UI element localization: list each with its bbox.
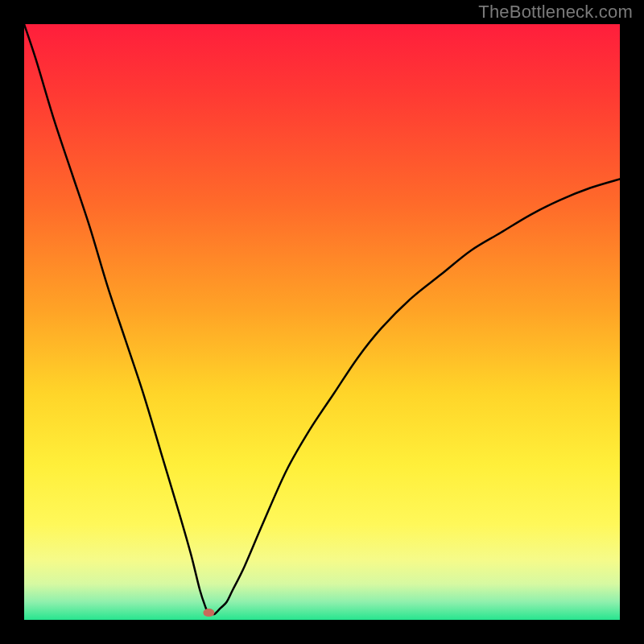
chart-frame: TheBottleneck.com <box>0 0 644 644</box>
plot-area <box>24 24 620 620</box>
chart-background <box>24 24 620 620</box>
watermark-text: TheBottleneck.com <box>478 2 633 23</box>
minimum-marker <box>203 609 214 617</box>
chart-svg <box>24 24 620 620</box>
